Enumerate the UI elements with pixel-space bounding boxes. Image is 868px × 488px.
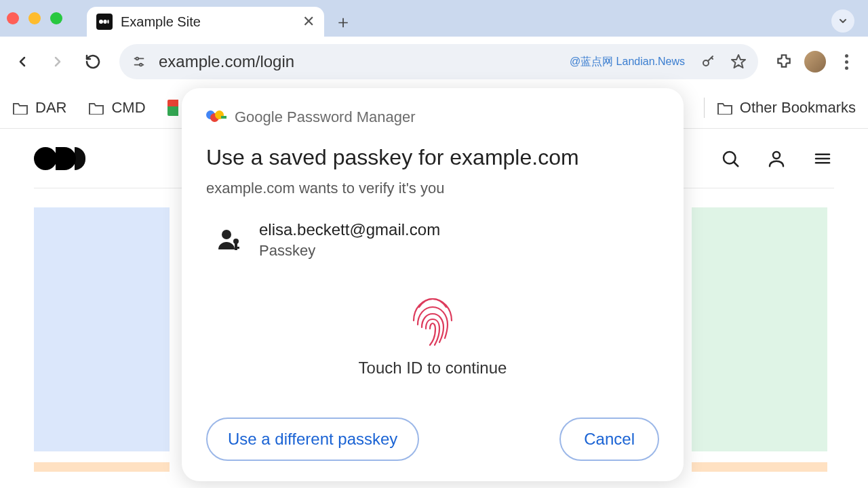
- passkey-user-icon: [216, 226, 243, 253]
- google-logo-text: Google: [235, 108, 283, 125]
- window-close-button[interactable]: [7, 12, 19, 24]
- close-tab-icon[interactable]: ✕: [302, 14, 315, 29]
- watermark-text: @蓝点网 Landian.News: [570, 55, 685, 69]
- site-logo[interactable]: [34, 147, 85, 170]
- window-zoom-button[interactable]: [50, 12, 62, 24]
- reload-button[interactable]: [79, 47, 107, 76]
- content-block: [34, 462, 170, 472]
- bookmark-label: DAR: [35, 99, 66, 117]
- svg-line-10: [734, 162, 738, 166]
- tab-favicon: [96, 14, 113, 30]
- dialog-brand: Google Password Manager: [235, 108, 416, 126]
- dialog-header: Google Password Manager: [206, 108, 659, 126]
- svg-point-4: [136, 58, 138, 60]
- other-bookmarks[interactable]: Other Bookmarks: [717, 99, 856, 117]
- dialog-subtitle: example.com wants to verify it's you: [206, 180, 659, 197]
- dialog-title: Use a saved passkey for example.com: [206, 145, 659, 170]
- window-controls: [7, 12, 62, 24]
- account-email: elisa.beckett@gmail.com: [259, 220, 440, 239]
- content-block: [692, 207, 827, 451]
- google-password-manager-icon: [206, 110, 225, 124]
- fingerprint-icon: [404, 287, 461, 348]
- passkey-account-row[interactable]: elisa.beckett@gmail.com Passkey: [206, 220, 659, 260]
- address-bar[interactable]: example.com/login @蓝点网 Landian.News: [119, 44, 758, 79]
- tabs-dropdown-button[interactable]: [831, 9, 854, 33]
- account-type: Passkey: [259, 242, 440, 260]
- content-block: [34, 207, 170, 451]
- new-tab-button[interactable]: ＋: [332, 11, 354, 33]
- bookmark-star-icon[interactable]: [728, 52, 749, 72]
- touchid-prompt: Touch ID to continue: [359, 359, 507, 378]
- bookmark-icon-stub[interactable]: [167, 100, 178, 116]
- browser-menu-button[interactable]: [833, 48, 860, 75]
- content-block: [692, 462, 827, 472]
- bookmark-label: CMD: [111, 99, 145, 117]
- tab-title: Example Site: [121, 14, 294, 30]
- tab-strip: Example Site ✕ ＋: [0, 0, 868, 37]
- password-key-icon[interactable]: [698, 52, 719, 72]
- use-different-passkey-button[interactable]: Use a different passkey: [206, 418, 419, 461]
- svg-point-6: [140, 64, 142, 66]
- password-manager-label: Password Manager: [287, 108, 416, 125]
- svg-point-11: [773, 152, 780, 159]
- svg-point-16: [233, 239, 239, 244]
- svg-point-0: [99, 20, 103, 24]
- svg-point-2: [107, 20, 108, 24]
- svg-marker-8: [732, 55, 745, 68]
- svg-point-15: [222, 230, 231, 239]
- extensions-icon[interactable]: [770, 48, 797, 75]
- search-icon[interactable]: [719, 147, 742, 170]
- url-text: example.com/login: [159, 52, 560, 71]
- folder-icon: [717, 101, 733, 115]
- back-button[interactable]: [8, 47, 37, 76]
- svg-point-1: [103, 20, 106, 24]
- cancel-button[interactable]: Cancel: [559, 418, 659, 461]
- folder-icon: [12, 101, 28, 115]
- touchid-block: Touch ID to continue: [206, 287, 659, 378]
- bookmark-folder-cmd[interactable]: CMD: [88, 99, 145, 117]
- account-icon[interactable]: [765, 147, 788, 170]
- folder-icon: [88, 101, 104, 115]
- dialog-button-row: Use a different passkey Cancel: [206, 411, 659, 461]
- divider: [704, 98, 705, 118]
- passkey-dialog: Google Password Manager Use a saved pass…: [182, 88, 684, 481]
- bookmark-folder-dar[interactable]: DAR: [12, 99, 66, 117]
- other-bookmarks-label: Other Bookmarks: [740, 99, 856, 117]
- browser-tab[interactable]: Example Site ✕: [87, 7, 324, 37]
- forward-button[interactable]: [43, 47, 72, 76]
- site-settings-icon[interactable]: [129, 52, 149, 72]
- window-minimize-button[interactable]: [28, 12, 41, 24]
- hamburger-menu-icon[interactable]: [811, 147, 834, 170]
- profile-avatar[interactable]: [804, 51, 826, 73]
- browser-toolbar: example.com/login @蓝点网 Landian.News: [0, 37, 868, 87]
- svg-rect-18: [235, 247, 239, 249]
